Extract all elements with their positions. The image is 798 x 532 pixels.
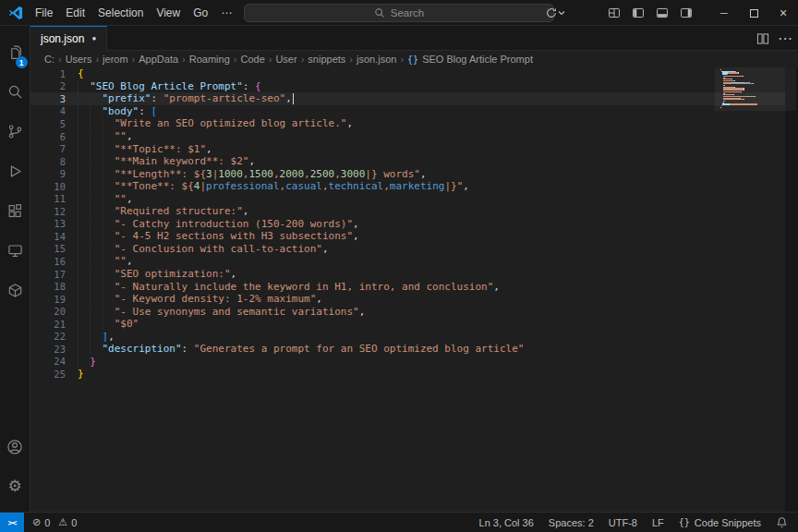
error-icon: ⊘ <box>32 516 41 528</box>
source-control-icon <box>7 124 23 139</box>
code-line-4[interactable]: 4 "body": [ <box>30 105 785 118</box>
warning-icon: ⚠ <box>58 516 67 528</box>
code-line-7[interactable]: 7 "**Topic**: $1", <box>30 142 785 155</box>
minimap[interactable] <box>720 69 785 109</box>
breadcrumb-item[interactable]: Users <box>66 54 92 65</box>
modified-dot-icon[interactable]: ● <box>91 35 96 42</box>
code-line-2[interactable]: 2 "SEO Blog Article Prompt": { <box>30 80 785 93</box>
code-text: "", <box>78 255 133 267</box>
breadcrumb-item[interactable]: C: <box>44 54 54 65</box>
code-text: "Write an SEO optimized blog article.", <box>78 117 353 129</box>
error-count: 0 <box>44 517 50 528</box>
object-symbol-icon: {} <box>407 54 418 65</box>
sidebar-item-search[interactable] <box>0 72 30 112</box>
code-line-11[interactable]: 11 "", <box>30 192 785 205</box>
toggle-secondary-sidebar-icon[interactable] <box>676 0 696 26</box>
code-line-20[interactable]: 20 "- Use synonyms and semantic variatio… <box>30 305 785 318</box>
layout-controls <box>604 0 696 26</box>
vertical-scrollbar[interactable] <box>785 67 798 512</box>
breadcrumb-symbol[interactable]: SEO Blog Article Prompt <box>422 54 533 65</box>
code-line-22[interactable]: 22 ], <box>30 330 785 343</box>
code-line-12[interactable]: 12 "Required structure:", <box>30 205 785 218</box>
code-line-19[interactable]: 19 "- Keyword density: 1-2% maximum", <box>30 293 785 306</box>
menu-more-button[interactable]: ⋯ <box>214 6 238 19</box>
menu-file[interactable]: File <box>29 4 59 22</box>
code-line-1[interactable]: 1{ <box>30 67 785 80</box>
tab-json-json[interactable]: json.json ● <box>30 26 107 51</box>
breadcrumb-separator: › <box>269 54 272 65</box>
code-line-16[interactable]: 16 "", <box>30 255 785 268</box>
code-line-10[interactable]: 10 "**Tone**: ${4|professional,casual,te… <box>30 180 785 193</box>
sidebar-item-source-control[interactable] <box>0 112 30 151</box>
status-item[interactable]: Ln 3, Col 36 <box>479 517 534 528</box>
breadcrumb-item[interactable]: Roaming <box>189 54 230 65</box>
code-line-5[interactable]: 5 "Write an SEO optimized blog article."… <box>30 117 785 130</box>
code-text: } <box>78 356 96 368</box>
code-area[interactable]: 1{2 "SEO Blog Article Prompt": {3 "prefi… <box>30 67 785 512</box>
code-line-6[interactable]: 6 "", <box>30 130 785 143</box>
status-item[interactable]: LF <box>652 517 664 528</box>
maximize-button[interactable] <box>739 0 768 26</box>
account-button[interactable] <box>0 427 30 466</box>
sidebar-item-containers[interactable] <box>0 271 30 310</box>
line-number: 8 <box>30 156 66 167</box>
code-line-24[interactable]: 24 } <box>30 356 785 369</box>
sidebar-item-remote-explorer[interactable] <box>0 231 30 271</box>
close-button[interactable]: × <box>768 0 798 26</box>
menu-view[interactable]: View <box>150 4 187 22</box>
line-number: 22 <box>30 331 66 342</box>
breadcrumb-separator: › <box>349 54 353 65</box>
breadcrumb-item[interactable]: jerom <box>103 54 128 65</box>
code-line-18[interactable]: 18 "- Naturally include the keyword in H… <box>30 280 785 293</box>
menu-edit[interactable]: Edit <box>59 4 91 22</box>
line-number: 2 <box>30 80 66 91</box>
code-text: "prefix": "prompt-article-seo", <box>78 92 294 104</box>
code-line-8[interactable]: 8 "**Main keyword**: $2", <box>30 155 785 168</box>
code-line-14[interactable]: 14 "- 4-5 H2 sections with H3 subsection… <box>30 230 785 243</box>
editor-layout-icon[interactable] <box>604 0 624 26</box>
code-line-21[interactable]: 21 "$0" <box>30 318 785 331</box>
status-item[interactable]: UTF-8 <box>609 517 637 528</box>
settings-button[interactable]: ⚙ <box>0 466 30 506</box>
split-editor-icon[interactable] <box>756 32 769 45</box>
sidebar-item-run-debug[interactable] <box>0 151 30 191</box>
problems-status[interactable]: ⊘ 0 ⚠ 0 <box>24 516 90 528</box>
language-mode[interactable]: {} Code Snippets <box>679 517 761 528</box>
code-line-9[interactable]: 9 "**Length**: ${3|1000,1500,2000,2500,3… <box>30 167 785 180</box>
breadcrumb-item[interactable]: json.json <box>357 54 396 65</box>
menu-go[interactable]: Go <box>187 4 214 22</box>
breadcrumb-item[interactable]: AppData <box>139 54 178 65</box>
breadcrumb-item[interactable]: Code <box>240 54 264 65</box>
code-text: "- Conclusion with call-to-action", <box>78 243 329 255</box>
remote-indicator[interactable]: >< <box>0 513 24 532</box>
minimize-button[interactable]: ─ <box>709 0 739 26</box>
line-number: 3 <box>30 93 66 104</box>
line-number: 24 <box>30 356 66 367</box>
code-line-23[interactable]: 23 "description": "Generates a prompt fo… <box>30 343 785 356</box>
editor: 1{2 "SEO Blog Article Prompt": {3 "prefi… <box>30 67 798 512</box>
command-center-search[interactable]: Search <box>244 4 554 22</box>
breadcrumb-separator: › <box>95 54 99 65</box>
status-item[interactable]: Spaces: 2 <box>549 517 594 528</box>
more-actions-icon[interactable]: ⋯ <box>778 30 792 47</box>
code-line-15[interactable]: 15 "- Conclusion with call-to-action", <box>30 243 785 256</box>
code-line-13[interactable]: 13 "- Catchy introduction (150-200 words… <box>30 218 785 231</box>
sidebar-item-extensions[interactable] <box>0 191 30 231</box>
code-line-25[interactable]: 25} <box>30 368 785 381</box>
breadcrumb-separator: › <box>132 54 136 65</box>
toggle-sidebar-icon[interactable] <box>628 0 648 26</box>
breadcrumb-item[interactable]: User <box>275 54 296 65</box>
menu-selection[interactable]: Selection <box>91 4 150 22</box>
search-placeholder: Search <box>391 7 424 18</box>
code-line-17[interactable]: 17 "SEO optimization:", <box>30 268 785 281</box>
title-bar: FileEditSelectionViewGo ⋯ ← → Search <box>0 0 798 26</box>
sync-dropdown-button[interactable] <box>545 6 565 19</box>
code-text: "- Keyword density: 1-2% maximum", <box>78 293 322 305</box>
sidebar-item-explorer[interactable]: 1 <box>0 32 30 72</box>
code-line-3[interactable]: 3 "prefix": "prompt-article-seo", <box>30 92 785 105</box>
bell-icon[interactable] <box>776 516 788 528</box>
code-text: { <box>78 67 84 79</box>
editor-group: json.json ● ⋯ C:›Users›jerom›AppData›Roa… <box>30 26 798 512</box>
toggle-panel-icon[interactable] <box>652 0 672 26</box>
breadcrumb-item[interactable]: snippets <box>308 54 345 65</box>
